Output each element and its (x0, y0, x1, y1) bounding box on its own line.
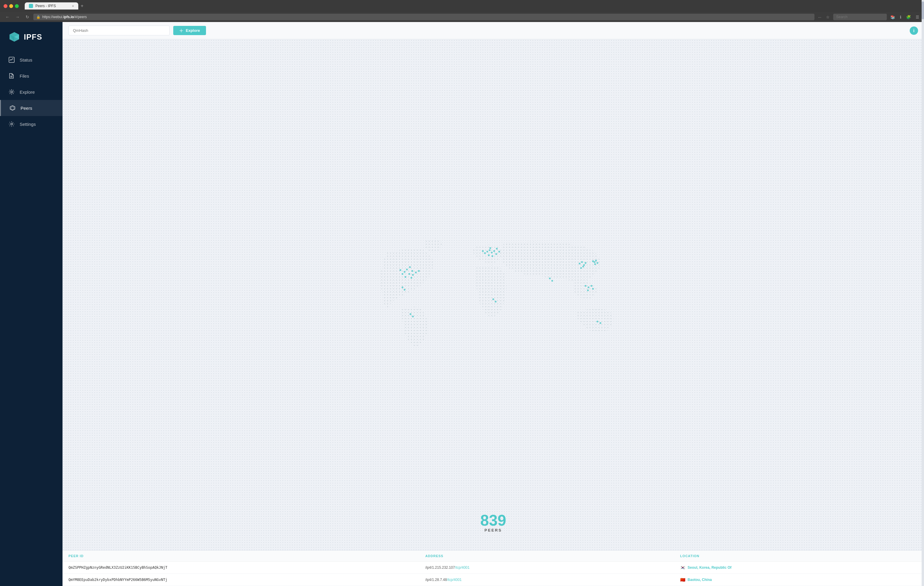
flag-icon: 🇨🇳 (680, 578, 685, 582)
svg-point-64 (592, 288, 594, 290)
explore-button[interactable]: Explore (173, 26, 206, 35)
qmhash-input[interactable] (68, 26, 170, 35)
table-row: QmZSPPHZgpNznyGRedNLX3ZzU2iKK15BCyBhSopA… (63, 561, 924, 574)
sidebar-item-explore-label: Explore (20, 89, 35, 95)
new-tab-button[interactable]: + (78, 3, 86, 8)
svg-point-47 (489, 247, 491, 249)
info-button[interactable]: ℹ (899, 14, 903, 20)
svg-point-45 (496, 248, 498, 250)
close-window-button[interactable] (3, 4, 7, 8)
svg-point-31 (581, 261, 583, 263)
svg-point-55 (415, 272, 417, 273)
more-button[interactable]: ··· (817, 14, 822, 20)
svg-point-18 (11, 123, 13, 125)
peers-table-rows: QmZSPPHZgpNznyGRedNLX3ZzU2iKK15BCyBhSopA… (63, 561, 924, 586)
sidebar-item-settings[interactable]: Settings (0, 116, 63, 132)
sidebar-item-peers[interactable]: Peers (0, 100, 63, 116)
svg-point-19 (181, 30, 182, 31)
forward-button[interactable]: → (14, 14, 21, 20)
url-text: https://webui.ipfs.io/#/peers (42, 15, 87, 19)
peers-icon (9, 105, 16, 111)
scrollbar[interactable] (922, 22, 924, 586)
svg-point-48 (406, 268, 408, 270)
address-cell: /ip4/1.215.232.107/tcp/4001 (426, 565, 680, 570)
svg-point-51 (404, 271, 406, 273)
svg-point-35 (580, 267, 582, 269)
table-row: QmYM8EEpuDab2kryDybxPDhbNYYmP266W5B6M5yu… (63, 574, 924, 586)
svg-line-15 (10, 93, 10, 94)
explore-button-label: Explore (186, 28, 200, 33)
sidebar-item-files[interactable]: Files (0, 68, 63, 84)
back-button[interactable]: ← (3, 14, 11, 20)
info-icon-button[interactable]: i (910, 26, 918, 35)
column-header-address: ADDRESS (426, 554, 680, 558)
svg-point-74 (551, 280, 553, 282)
menu-button[interactable]: ☰ (914, 14, 921, 20)
nav-actions: ··· ☆ 📚 ℹ 🧩 ☰ (817, 14, 921, 20)
url-bar[interactable]: 🔒 https://webui.ipfs.io/#/peers (33, 14, 815, 20)
peers-table-container: PEER ID ADDRESS LOCATION QmZSPPHZgpNznyG… (63, 550, 924, 586)
bookmark-button[interactable]: ☆ (825, 14, 831, 20)
app-container: IPFS Status Files (0, 22, 924, 586)
svg-point-7 (11, 91, 13, 93)
sidebar-item-status[interactable]: Status (0, 52, 63, 68)
svg-point-25 (594, 261, 596, 263)
maximize-window-button[interactable] (15, 4, 19, 8)
svg-point-50 (411, 270, 413, 272)
window-controls (3, 4, 19, 8)
sidebar-navigation: Status Files (0, 52, 63, 132)
location-cell: 🇨🇳 Baotou, China (680, 578, 918, 582)
peer-id-cell: QmYM8EEpuDab2kryDybxPDhbNYYmP266W5B6M5yu… (68, 578, 426, 582)
main-content: Explore i (63, 22, 924, 586)
svg-point-59 (418, 270, 420, 272)
svg-line-13 (13, 93, 13, 94)
sidebar: IPFS Status Files (0, 22, 63, 586)
svg-point-46 (498, 251, 500, 253)
svg-point-72 (599, 322, 601, 324)
svg-point-26 (595, 260, 597, 262)
explore-btn-icon (179, 28, 183, 33)
location-text: Baotou, China (688, 578, 712, 582)
svg-point-32 (583, 264, 585, 266)
browser-search-input[interactable] (833, 14, 887, 20)
svg-point-58 (399, 269, 401, 271)
extensions-button[interactable]: 🧩 (905, 14, 912, 20)
tab-bar: Peers - IPFS ✕ + (25, 2, 86, 10)
svg-point-66 (404, 289, 406, 291)
svg-point-53 (412, 274, 414, 276)
svg-point-36 (487, 251, 488, 253)
svg-point-71 (597, 321, 598, 323)
minimize-window-button[interactable] (9, 4, 13, 8)
svg-point-56 (404, 276, 406, 278)
sidebar-item-settings-label: Settings (20, 122, 36, 127)
svg-point-39 (484, 252, 486, 254)
flag-icon: 🇰🇷 (680, 565, 685, 570)
svg-point-40 (493, 250, 495, 252)
sidebar-logo: IPFS (0, 28, 63, 52)
refresh-button[interactable]: ↻ (24, 14, 31, 20)
peer-count-overlay: 839 PEERS (480, 512, 507, 532)
peers-table-header: PEER ID ADDRESS LOCATION (63, 551, 924, 561)
tab-favicon (29, 4, 33, 8)
svg-point-62 (591, 285, 592, 287)
world-map-svg (359, 228, 627, 362)
tab-close-button[interactable]: ✕ (72, 5, 74, 8)
sidebar-item-status-label: Status (20, 58, 33, 63)
svg-point-63 (587, 290, 589, 291)
location-cell: 🇰🇷 Seoul, Korea, Republic Of (680, 565, 918, 570)
svg-line-14 (13, 90, 13, 91)
sidebar-item-explore[interactable]: Explore (0, 84, 63, 100)
svg-point-68 (412, 316, 414, 318)
column-header-location: LOCATION (680, 554, 918, 558)
svg-point-52 (408, 273, 410, 275)
svg-point-41 (495, 253, 497, 255)
library-button[interactable]: 📚 (889, 14, 896, 20)
svg-point-29 (594, 263, 596, 265)
browser-chrome: Peers - IPFS ✕ + ← → ↻ 🔒 https://webui.i… (0, 0, 924, 22)
explore-bar: Explore i (63, 22, 924, 39)
browser-tab[interactable]: Peers - IPFS ✕ (25, 2, 78, 10)
svg-point-61 (587, 286, 589, 288)
location-text: Seoul, Korea, Republic Of (688, 565, 731, 570)
svg-point-73 (549, 278, 551, 279)
sidebar-logo-text: IPFS (24, 33, 42, 42)
